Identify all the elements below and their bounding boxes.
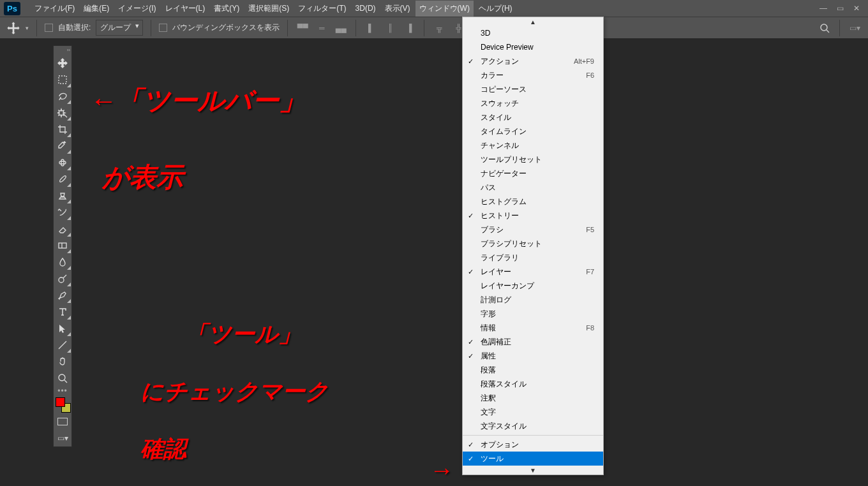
window-minimize-button[interactable]: — <box>816 1 830 15</box>
menu-item-ブラシプリセット[interactable]: ブラシプリセット <box>463 237 603 251</box>
crop-tool[interactable] <box>54 121 71 138</box>
menu-item-文字スタイル[interactable]: 文字スタイル <box>463 419 603 433</box>
menu-item-段落スタイル[interactable]: 段落スタイル <box>463 377 603 391</box>
menu-item-ブラシ[interactable]: ブラシF5 <box>463 223 603 237</box>
check-icon: ✓ <box>468 337 474 347</box>
annotation-shown: が表示 <box>102 159 183 195</box>
path-select-tool[interactable] <box>54 320 71 337</box>
align-bottom-icon[interactable]: ▄▄ <box>334 21 348 35</box>
menu-item-ヒストグラム[interactable]: ヒストグラム <box>463 195 603 209</box>
autoselect-checkbox[interactable] <box>45 24 53 32</box>
blur-tool[interactable] <box>54 254 71 270</box>
arrow-right-icon: → <box>429 456 453 484</box>
toolbox-header[interactable]: ›› <box>54 46 71 55</box>
scroll-down-icon[interactable]: ▼ <box>463 466 603 475</box>
history-brush-tool[interactable] <box>54 204 71 221</box>
menu-view[interactable]: 表示(V) <box>381 1 414 17</box>
menu-item-label: オプション <box>481 439 519 450</box>
zoom-tool[interactable] <box>54 370 71 387</box>
align-hmid-icon[interactable]: ║ <box>383 21 397 35</box>
menu-item-ヒストリー[interactable]: ✓ヒストリー <box>463 209 603 223</box>
quickmask-button[interactable] <box>54 413 71 430</box>
menu-item-label: ツール <box>481 453 504 464</box>
clone-stamp-tool[interactable] <box>54 188 71 204</box>
move-tool[interactable] <box>54 55 71 71</box>
menu-item-label: ナビゲーター <box>481 168 527 179</box>
brush-tool[interactable] <box>54 171 71 188</box>
align-top-icon[interactable]: ▀▀ <box>296 21 310 35</box>
menu-filter[interactable]: フィルター(T) <box>294 1 350 17</box>
menu-item-3D[interactable]: 3D <box>463 26 603 40</box>
window-menu-dropdown: ▲ 3DDevice Preview✓アクションAlt+F9カラーF6コピーソー… <box>462 17 604 475</box>
menu-item-チャンネル[interactable]: チャンネル <box>463 138 603 152</box>
menu-item-スタイル[interactable]: スタイル <box>463 110 603 124</box>
eraser-tool[interactable] <box>54 221 71 237</box>
menu-item-パス[interactable]: パス <box>463 180 603 195</box>
menu-item-段落[interactable]: 段落 <box>463 363 603 377</box>
menu-item-アクション[interactable]: ✓アクションAlt+F9 <box>463 54 603 68</box>
fg-swatch[interactable] <box>56 397 65 407</box>
menu-image[interactable]: イメージ(I) <box>114 1 160 17</box>
menu-type[interactable]: 書式(Y) <box>210 1 243 17</box>
type-tool[interactable] <box>54 304 71 320</box>
menu-item-ツール[interactable]: ✓ツール <box>463 452 603 466</box>
menu-item-ツールプリセット[interactable]: ツールプリセット <box>463 152 603 166</box>
menubar: Ps ファイル(F) 編集(E) イメージ(I) レイヤー(L) 書式(Y) 選… <box>0 0 868 17</box>
menu-item-ナビゲーター[interactable]: ナビゲーター <box>463 166 603 180</box>
screenmode-button[interactable]: ▭▾ <box>54 430 71 446</box>
menu-file[interactable]: ファイル(F) <box>31 1 79 17</box>
menu-layer[interactable]: レイヤー(L) <box>161 1 209 17</box>
menu-help[interactable]: ヘルプ(H) <box>475 1 516 17</box>
window-maximize-button[interactable]: ▭ <box>833 1 847 15</box>
window-close-button[interactable]: ✕ <box>849 1 864 15</box>
menu-3d[interactable]: 3D(D) <box>352 1 380 15</box>
menu-item-コピーソース[interactable]: コピーソース <box>463 82 603 96</box>
menu-select[interactable]: 選択範囲(S) <box>244 1 293 17</box>
menu-item-属性[interactable]: ✓属性 <box>463 349 603 363</box>
line-tool[interactable] <box>54 337 71 353</box>
eyedropper-tool[interactable] <box>54 138 71 154</box>
spot-heal-tool[interactable] <box>54 154 71 171</box>
lasso-tool[interactable] <box>54 88 71 105</box>
menu-item-スウォッチ[interactable]: スウォッチ <box>463 96 603 110</box>
menu-item-文字[interactable]: 文字 <box>463 405 603 419</box>
menu-item-計測ログ[interactable]: 計測ログ <box>463 293 603 307</box>
hand-tool[interactable] <box>54 353 71 370</box>
menu-item-label: レイヤーカンプ <box>481 281 534 291</box>
menu-window[interactable]: ウィンドウ(W) <box>415 1 474 17</box>
align-right-icon[interactable]: ▐ <box>402 21 416 35</box>
menu-item-label: ライブラリ <box>481 253 519 263</box>
menu-item-オプション[interactable]: ✓オプション <box>463 438 603 452</box>
menu-item-情報[interactable]: 情報F8 <box>463 321 603 335</box>
dist-top-icon[interactable]: ╦ <box>432 21 446 35</box>
menu-item-label: 情報 <box>481 323 496 333</box>
search-icon[interactable] <box>818 21 832 35</box>
menu-edit[interactable]: 編集(E) <box>80 1 113 17</box>
menu-item-レイヤーカンプ[interactable]: レイヤーカンプ <box>463 279 603 293</box>
menu-item-字形[interactable]: 字形 <box>463 307 603 321</box>
menu-item-Device Preview[interactable]: Device Preview <box>463 40 603 54</box>
align-left-icon[interactable]: ▌ <box>364 21 378 35</box>
autoselect-mode-select[interactable]: グループ <box>96 20 143 36</box>
menu-item-タイムライン[interactable]: タイムライン <box>463 124 603 138</box>
menu-item-色調補正[interactable]: ✓色調補正 <box>463 335 603 349</box>
magic-wand-tool[interactable] <box>54 105 71 121</box>
color-swatches[interactable] <box>54 395 71 413</box>
menu-item-カラー[interactable]: カラーF6 <box>463 68 603 82</box>
screenmode-icon[interactable]: ▭▾ <box>848 21 862 35</box>
svg-line-12 <box>64 380 67 383</box>
menu-item-レイヤー[interactable]: ✓レイヤーF7 <box>463 265 603 279</box>
edit-toolbar-button[interactable]: ••• <box>54 387 71 395</box>
scroll-up-icon[interactable]: ▲ <box>463 17 603 26</box>
check-icon: ✓ <box>468 439 474 450</box>
align-vmid-icon[interactable]: ═ <box>315 21 329 35</box>
gradient-tool[interactable] <box>54 237 71 254</box>
pen-tool[interactable] <box>54 287 71 304</box>
app-logo: Ps <box>4 2 20 15</box>
dodge-tool[interactable] <box>54 270 71 287</box>
bbox-checkbox[interactable] <box>159 24 167 32</box>
marquee-tool[interactable] <box>54 71 71 88</box>
menu-item-label: ツールプリセット <box>481 154 542 165</box>
menu-item-注釈[interactable]: 注釈 <box>463 391 603 405</box>
menu-item-ライブラリ[interactable]: ライブラリ <box>463 251 603 265</box>
